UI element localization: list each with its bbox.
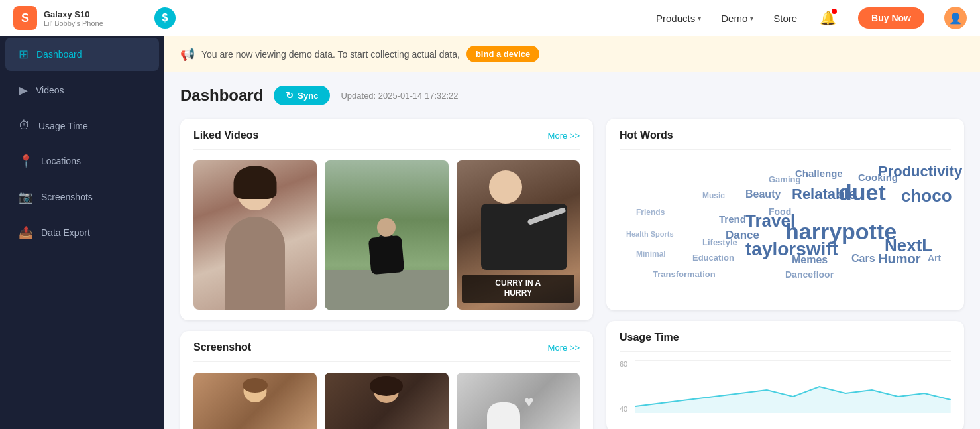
demo-menu[interactable]: Demo ▾ — [721, 13, 753, 24]
liked-videos-header: Liked Videos More >> — [180, 119, 593, 149]
notification-badge — [832, 9, 837, 14]
hot-word-beauty[interactable]: Beauty — [745, 188, 781, 200]
liked-videos-grid: CURRY IN AHURRY — [180, 150, 593, 320]
sidebar-item-usage-time[interactable]: ⏱ Usage Time — [5, 109, 159, 142]
video-thumbnail-2[interactable] — [325, 160, 448, 310]
liked-videos-card: Liked Videos More >> — [180, 119, 593, 320]
dashboard-icon: ⊞ — [19, 47, 28, 62]
video-thumbnail-3[interactable]: CURRY IN AHURRY — [457, 160, 580, 310]
hot-word-productivity[interactable]: Productivity — [878, 163, 962, 180]
hot-word-challenge[interactable]: Challenge — [795, 168, 843, 179]
screenshot-title: Screenshot — [193, 341, 251, 353]
sidebar-item-screenshots[interactable]: 📷 Screenshots — [5, 180, 159, 214]
demo-label: Demo — [721, 13, 747, 24]
hot-word-minimal[interactable]: Minimal — [636, 249, 666, 259]
usage-chart: 60 40 — [606, 352, 964, 429]
dashboard-header: Dashboard ↻ Sync Updated: 2025-01-14 17:… — [180, 86, 964, 105]
notification-bell[interactable]: 🔔 — [817, 7, 838, 29]
liked-videos-more-link[interactable]: More >> — [548, 131, 580, 141]
screenshot-thumbnail-1[interactable] — [193, 373, 317, 429]
hot-word-music[interactable]: Music — [702, 191, 725, 200]
hot-word-trend[interactable]: Trend — [719, 214, 746, 225]
hot-word-lifestyle[interactable]: Lifestyle — [702, 237, 737, 247]
sidebar-label-data-export: Data Export — [41, 227, 90, 238]
hot-word-humor[interactable]: Humor — [878, 251, 920, 267]
products-chevron-icon: ▾ — [698, 15, 701, 22]
dashboard-content: Dashboard ↻ Sync Updated: 2025-01-14 17:… — [164, 72, 980, 429]
sidebar-item-dashboard[interactable]: ⊞ Dashboard — [5, 38, 159, 71]
dashboard-columns: Liked Videos More >> — [180, 119, 964, 429]
hot-word-education[interactable]: Education — [692, 253, 734, 263]
screenshot-more-link[interactable]: More >> — [548, 343, 580, 353]
hot-words-header: Hot Words — [606, 119, 964, 149]
y-label-60: 60 — [620, 360, 627, 368]
sidebar-label-screenshots: Screenshots — [41, 192, 93, 202]
top-navigation: S Galaxy S10 Lil' Bobby's Phone $ Produc… — [0, 0, 980, 36]
hot-word-dancefloor[interactable]: Dancefloor — [785, 269, 834, 280]
hot-words-title: Hot Words — [620, 129, 673, 141]
hot-word-health-sports[interactable]: Health Sports — [626, 230, 674, 238]
main-layout: ⊞ Dashboard ▶ Videos ⏱ Usage Time 📍 Loca… — [0, 36, 980, 429]
videos-icon: ▶ — [19, 83, 28, 97]
hot-words-container: GamingChallengeCookingProductivityMusicB… — [606, 150, 964, 310]
screenshot-header: Screenshot More >> — [180, 331, 593, 361]
liked-videos-title: Liked Videos — [193, 129, 258, 141]
sidebar-item-locations[interactable]: 📍 Locations — [5, 145, 159, 178]
usage-time-title: Usage Time — [620, 332, 679, 343]
screenshot-thumbnail-3[interactable]: ♥ — [457, 373, 580, 429]
camera-icon: 📷 — [19, 190, 33, 204]
store-link[interactable]: Store — [773, 13, 797, 24]
sync-icon: ↻ — [286, 90, 294, 101]
y-label-40: 40 — [620, 405, 627, 413]
brand-text: Galaxy S10 Lil' Bobby's Phone — [44, 9, 103, 27]
brand-section: S Galaxy S10 Lil' Bobby's Phone $ — [13, 6, 176, 30]
avatar-icon: 👤 — [949, 12, 962, 25]
video-overlay-3: CURRY IN AHURRY — [462, 275, 574, 303]
video-thumbnail-1[interactable] — [193, 160, 317, 310]
device-name: Galaxy S10 — [44, 9, 103, 19]
buy-now-button[interactable]: Buy Now — [858, 7, 924, 29]
sync-button[interactable]: ↻ Sync — [274, 86, 330, 105]
screenshot-grid: ♥ — [180, 362, 593, 429]
updated-timestamp: Updated: 2025-01-14 17:32:22 — [341, 91, 458, 101]
phone-label: Lil' Bobby's Phone — [44, 19, 103, 27]
hot-word-transformation[interactable]: Transformation — [653, 269, 716, 279]
content-area: 📢 You are now viewing demo data. To star… — [164, 36, 980, 429]
sidebar-label-usage-time: Usage Time — [38, 121, 88, 131]
usage-time-card: Usage Time 60 40 — [606, 321, 964, 429]
demo-banner: 📢 You are now viewing demo data. To star… — [164, 36, 980, 72]
sidebar-label-videos: Videos — [36, 85, 64, 95]
page-title: Dashboard — [180, 86, 263, 105]
bind-device-button[interactable]: bind a device — [466, 46, 539, 62]
sidebar-item-videos[interactable]: ▶ Videos — [5, 74, 159, 107]
sidebar-label-dashboard: Dashboard — [36, 49, 82, 60]
screenshot-thumbnail-2[interactable] — [325, 373, 448, 429]
nav-links: Products ▾ Demo ▾ Store 🔔 Buy Now 👤 — [656, 7, 967, 29]
demo-chevron-icon: ▾ — [750, 15, 753, 22]
brand-logo: $ — [154, 7, 176, 29]
left-column: Liked Videos More >> — [180, 119, 593, 429]
avatar[interactable]: 👤 — [944, 7, 967, 29]
clock-icon: ⏱ — [19, 119, 30, 133]
hot-word-choco[interactable]: choco — [901, 186, 952, 206]
banner-message: You are now viewing demo data. To start … — [201, 49, 460, 60]
usage-time-header: Usage Time — [606, 321, 964, 351]
location-icon: 📍 — [19, 154, 33, 168]
products-menu[interactable]: Products ▾ — [656, 13, 701, 24]
brand-icon: S — [13, 6, 37, 30]
word-cloud: GamingChallengeCookingProductivityMusicB… — [620, 160, 951, 300]
sidebar-item-data-export[interactable]: 📤 Data Export — [5, 216, 159, 249]
hot-word-memes[interactable]: Memes — [792, 254, 828, 266]
products-label: Products — [656, 13, 695, 24]
sidebar-label-locations: Locations — [41, 156, 81, 166]
hot-words-card: Hot Words GamingChallengeCookingProducti… — [606, 119, 964, 310]
right-column: Hot Words GamingChallengeCookingProducti… — [606, 119, 964, 429]
megaphone-icon: 📢 — [180, 47, 195, 62]
hot-word-art[interactable]: Art — [928, 253, 941, 263]
hot-word-friends[interactable]: Friends — [636, 208, 665, 217]
export-icon: 📤 — [19, 225, 33, 240]
hot-word-duet[interactable]: duet — [838, 180, 886, 206]
sidebar: ⊞ Dashboard ▶ Videos ⏱ Usage Time 📍 Loca… — [0, 36, 164, 429]
screenshot-card: Screenshot More >> — [180, 331, 593, 429]
hot-word-cars[interactable]: Cars — [851, 253, 875, 265]
